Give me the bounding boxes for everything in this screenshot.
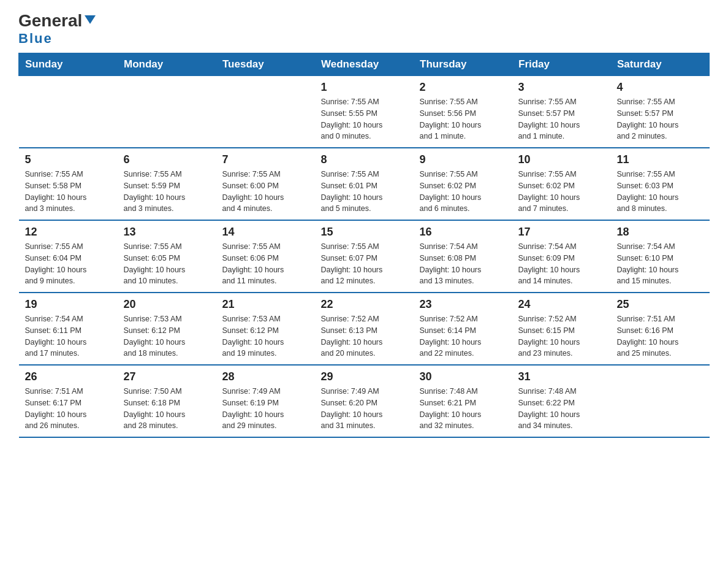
calendar-cell: 26Sunrise: 7:51 AM Sunset: 6:17 PM Dayli…	[19, 365, 118, 437]
day-info: Sunrise: 7:55 AM Sunset: 6:00 PM Dayligh…	[222, 169, 309, 215]
calendar-week-5: 26Sunrise: 7:51 AM Sunset: 6:17 PM Dayli…	[19, 365, 710, 437]
day-number: 21	[222, 298, 309, 311]
calendar-cell: 31Sunrise: 7:48 AM Sunset: 6:22 PM Dayli…	[512, 365, 611, 437]
day-number: 17	[518, 226, 605, 239]
day-info: Sunrise: 7:55 AM Sunset: 5:58 PM Dayligh…	[25, 169, 112, 215]
day-number: 14	[222, 226, 309, 239]
calendar-header: SundayMondayTuesdayWednesdayThursdayFrid…	[19, 53, 710, 76]
calendar-cell	[118, 76, 216, 148]
calendar-cell: 10Sunrise: 7:55 AM Sunset: 6:02 PM Dayli…	[512, 148, 611, 220]
calendar-cell: 16Sunrise: 7:54 AM Sunset: 6:08 PM Dayli…	[414, 220, 512, 293]
calendar-cell: 30Sunrise: 7:48 AM Sunset: 6:21 PM Dayli…	[414, 365, 512, 437]
day-info: Sunrise: 7:53 AM Sunset: 6:12 PM Dayligh…	[222, 313, 309, 359]
day-info: Sunrise: 7:54 AM Sunset: 6:11 PM Dayligh…	[25, 313, 112, 359]
calendar-week-3: 12Sunrise: 7:55 AM Sunset: 6:04 PM Dayli…	[19, 220, 710, 293]
calendar-cell: 28Sunrise: 7:49 AM Sunset: 6:19 PM Dayli…	[216, 365, 315, 437]
logo-general: General	[18, 12, 82, 29]
day-number: 19	[25, 298, 112, 311]
calendar-week-2: 5Sunrise: 7:55 AM Sunset: 5:58 PM Daylig…	[19, 148, 710, 220]
calendar-cell: 22Sunrise: 7:52 AM Sunset: 6:13 PM Dayli…	[315, 293, 414, 365]
calendar-cell: 25Sunrise: 7:51 AM Sunset: 6:16 PM Dayli…	[611, 293, 710, 365]
calendar-cell	[611, 365, 710, 437]
calendar-cell: 27Sunrise: 7:50 AM Sunset: 6:18 PM Dayli…	[118, 365, 216, 437]
day-info: Sunrise: 7:54 AM Sunset: 6:09 PM Dayligh…	[518, 241, 605, 287]
day-number: 22	[321, 298, 408, 311]
weekday-header-thursday: Thursday	[414, 53, 512, 76]
day-info: Sunrise: 7:54 AM Sunset: 6:10 PM Dayligh…	[617, 241, 703, 287]
day-info: Sunrise: 7:55 AM Sunset: 6:07 PM Dayligh…	[321, 241, 408, 287]
day-info: Sunrise: 7:55 AM Sunset: 6:04 PM Dayligh…	[25, 241, 112, 287]
logo: General Blue	[18, 12, 97, 47]
day-number: 1	[321, 81, 408, 94]
day-info: Sunrise: 7:55 AM Sunset: 5:55 PM Dayligh…	[321, 96, 408, 142]
day-number: 9	[420, 153, 506, 166]
calendar-cell: 29Sunrise: 7:49 AM Sunset: 6:20 PM Dayli…	[315, 365, 414, 437]
page-header: General Blue	[18, 12, 710, 47]
logo-arrow-icon	[83, 13, 97, 26]
calendar-cell: 24Sunrise: 7:52 AM Sunset: 6:15 PM Dayli…	[512, 293, 611, 365]
day-info: Sunrise: 7:52 AM Sunset: 6:14 PM Dayligh…	[420, 313, 506, 359]
day-number: 18	[617, 226, 703, 239]
calendar-body: 1Sunrise: 7:55 AM Sunset: 5:55 PM Daylig…	[19, 76, 710, 438]
calendar-cell: 17Sunrise: 7:54 AM Sunset: 6:09 PM Dayli…	[512, 220, 611, 293]
day-number: 24	[518, 298, 605, 311]
day-info: Sunrise: 7:55 AM Sunset: 6:01 PM Dayligh…	[321, 169, 408, 215]
logo-blue: Blue	[18, 31, 53, 47]
day-info: Sunrise: 7:49 AM Sunset: 6:19 PM Dayligh…	[222, 386, 309, 432]
calendar-cell: 8Sunrise: 7:55 AM Sunset: 6:01 PM Daylig…	[315, 148, 414, 220]
day-info: Sunrise: 7:51 AM Sunset: 6:17 PM Dayligh…	[25, 386, 112, 432]
day-number: 25	[617, 298, 703, 311]
day-info: Sunrise: 7:55 AM Sunset: 6:05 PM Dayligh…	[124, 241, 210, 287]
day-number: 16	[420, 226, 506, 239]
calendar-cell: 13Sunrise: 7:55 AM Sunset: 6:05 PM Dayli…	[118, 220, 216, 293]
day-number: 15	[321, 226, 408, 239]
day-info: Sunrise: 7:55 AM Sunset: 6:02 PM Dayligh…	[518, 169, 605, 215]
day-number: 20	[124, 298, 210, 311]
calendar-cell: 3Sunrise: 7:55 AM Sunset: 5:57 PM Daylig…	[512, 76, 611, 148]
day-number: 8	[321, 153, 408, 166]
day-info: Sunrise: 7:48 AM Sunset: 6:21 PM Dayligh…	[420, 386, 506, 432]
day-number: 27	[124, 370, 210, 383]
calendar-cell: 23Sunrise: 7:52 AM Sunset: 6:14 PM Dayli…	[414, 293, 512, 365]
weekday-header-friday: Friday	[512, 53, 611, 76]
calendar-cell: 7Sunrise: 7:55 AM Sunset: 6:00 PM Daylig…	[216, 148, 315, 220]
weekday-header-wednesday: Wednesday	[315, 53, 414, 76]
calendar-cell: 2Sunrise: 7:55 AM Sunset: 5:56 PM Daylig…	[414, 76, 512, 148]
day-number: 30	[420, 370, 506, 383]
day-info: Sunrise: 7:52 AM Sunset: 6:15 PM Dayligh…	[518, 313, 605, 359]
calendar-cell: 20Sunrise: 7:53 AM Sunset: 6:12 PM Dayli…	[118, 293, 216, 365]
day-number: 11	[617, 153, 703, 166]
day-info: Sunrise: 7:55 AM Sunset: 6:02 PM Dayligh…	[420, 169, 506, 215]
day-number: 13	[124, 226, 210, 239]
svg-marker-0	[85, 15, 96, 24]
calendar-cell: 19Sunrise: 7:54 AM Sunset: 6:11 PM Dayli…	[19, 293, 118, 365]
day-info: Sunrise: 7:54 AM Sunset: 6:08 PM Dayligh…	[420, 241, 506, 287]
calendar-cell	[216, 76, 315, 148]
day-number: 10	[518, 153, 605, 166]
calendar-cell: 5Sunrise: 7:55 AM Sunset: 5:58 PM Daylig…	[19, 148, 118, 220]
weekday-header-saturday: Saturday	[611, 53, 710, 76]
day-number: 5	[25, 153, 112, 166]
day-number: 29	[321, 370, 408, 383]
day-info: Sunrise: 7:52 AM Sunset: 6:13 PM Dayligh…	[321, 313, 408, 359]
day-info: Sunrise: 7:51 AM Sunset: 6:16 PM Dayligh…	[617, 313, 703, 359]
calendar-cell	[19, 76, 118, 148]
day-info: Sunrise: 7:50 AM Sunset: 6:18 PM Dayligh…	[124, 386, 210, 432]
day-number: 3	[518, 81, 605, 94]
day-number: 7	[222, 153, 309, 166]
day-info: Sunrise: 7:49 AM Sunset: 6:20 PM Dayligh…	[321, 386, 408, 432]
calendar-cell: 15Sunrise: 7:55 AM Sunset: 6:07 PM Dayli…	[315, 220, 414, 293]
weekday-header-tuesday: Tuesday	[216, 53, 315, 76]
day-info: Sunrise: 7:48 AM Sunset: 6:22 PM Dayligh…	[518, 386, 605, 432]
calendar-cell: 6Sunrise: 7:55 AM Sunset: 5:59 PM Daylig…	[118, 148, 216, 220]
day-info: Sunrise: 7:53 AM Sunset: 6:12 PM Dayligh…	[124, 313, 210, 359]
weekday-header-row: SundayMondayTuesdayWednesdayThursdayFrid…	[19, 53, 710, 76]
day-number: 4	[617, 81, 703, 94]
calendar-cell: 12Sunrise: 7:55 AM Sunset: 6:04 PM Dayli…	[19, 220, 118, 293]
calendar-cell: 14Sunrise: 7:55 AM Sunset: 6:06 PM Dayli…	[216, 220, 315, 293]
weekday-header-monday: Monday	[118, 53, 216, 76]
calendar-cell: 21Sunrise: 7:53 AM Sunset: 6:12 PM Dayli…	[216, 293, 315, 365]
weekday-header-sunday: Sunday	[19, 53, 118, 76]
calendar-cell: 1Sunrise: 7:55 AM Sunset: 5:55 PM Daylig…	[315, 76, 414, 148]
day-info: Sunrise: 7:55 AM Sunset: 6:03 PM Dayligh…	[617, 169, 703, 215]
